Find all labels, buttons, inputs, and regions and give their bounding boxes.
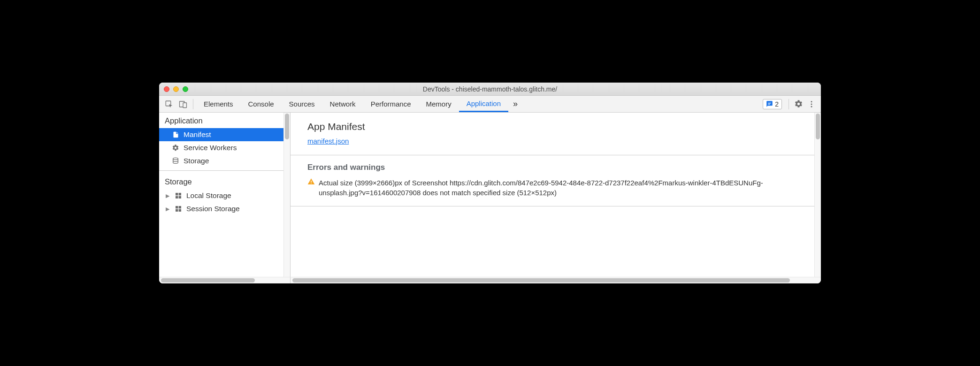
window-traffic-lights bbox=[164, 86, 188, 92]
grid-icon bbox=[174, 205, 183, 213]
console-messages-badge[interactable]: 2 bbox=[763, 99, 782, 109]
more-tabs-button[interactable]: » bbox=[508, 99, 522, 109]
sidebar-divider bbox=[159, 170, 290, 171]
manifest-file-link[interactable]: manifest.json bbox=[307, 137, 349, 145]
grid-icon bbox=[174, 191, 183, 200]
expand-arrow-icon: ▶ bbox=[166, 193, 170, 199]
panel-body: Application Manifest Service Workers Sto… bbox=[159, 113, 821, 277]
horizontal-scrollbars bbox=[159, 277, 821, 283]
svg-rect-13 bbox=[176, 206, 178, 208]
sidebar-group-storage: Storage bbox=[159, 174, 290, 189]
main-h-scrollbar[interactable] bbox=[291, 277, 821, 283]
svg-point-5 bbox=[811, 101, 812, 102]
document-icon bbox=[171, 130, 180, 139]
sidebar-scrollbar-thumb[interactable] bbox=[285, 114, 289, 139]
devtools-window: DevTools - chiseled-mammoth-talos.glitch… bbox=[159, 83, 821, 283]
maximize-window-button[interactable] bbox=[183, 86, 188, 92]
manifest-panel: App Manifest manifest.json Errors and wa… bbox=[291, 113, 821, 277]
devtools-toolbar: Elements Console Sources Network Perform… bbox=[159, 96, 821, 113]
sidebar-item-label: Local Storage bbox=[186, 191, 231, 200]
section-divider bbox=[291, 155, 821, 155]
sidebar-group-application: Application bbox=[159, 113, 290, 128]
svg-point-8 bbox=[173, 158, 178, 160]
svg-rect-11 bbox=[176, 196, 178, 198]
tab-console[interactable]: Console bbox=[241, 96, 282, 112]
toolbar-separator bbox=[193, 99, 193, 109]
main-h-scrollbar-thumb[interactable] bbox=[292, 278, 790, 282]
warning-row: Actual size (3999×2666)px of Screenshot … bbox=[307, 178, 804, 198]
gear-icon bbox=[171, 144, 180, 152]
svg-rect-4 bbox=[768, 104, 770, 105]
sidebar-item-session-storage[interactable]: ▶ Session Storage bbox=[159, 202, 290, 215]
message-icon bbox=[766, 100, 773, 107]
tab-application[interactable]: Application bbox=[459, 96, 508, 112]
close-window-button[interactable] bbox=[164, 86, 169, 92]
svg-rect-18 bbox=[311, 183, 311, 183]
svg-rect-9 bbox=[176, 193, 178, 195]
svg-rect-10 bbox=[179, 193, 181, 195]
warning-text: Actual size (3999×2666)px of Screenshot … bbox=[319, 178, 804, 198]
section-divider-2 bbox=[291, 206, 821, 206]
window-title: DevTools - chiseled-mammoth-talos.glitch… bbox=[159, 85, 821, 93]
sidebar-item-manifest[interactable]: Manifest bbox=[159, 128, 290, 141]
tab-sources[interactable]: Sources bbox=[282, 96, 322, 112]
minimize-window-button[interactable] bbox=[173, 86, 179, 92]
tab-performance[interactable]: Performance bbox=[363, 96, 419, 112]
message-count: 2 bbox=[775, 100, 779, 108]
sidebar-item-storage[interactable]: Storage bbox=[159, 154, 290, 168]
svg-rect-2 bbox=[183, 103, 187, 108]
titlebar: DevTools - chiseled-mammoth-talos.glitch… bbox=[159, 83, 821, 96]
svg-point-6 bbox=[811, 103, 812, 105]
application-sidebar: Application Manifest Service Workers Sto… bbox=[159, 113, 291, 277]
svg-point-7 bbox=[811, 106, 812, 107]
errors-warnings-title: Errors and warnings bbox=[307, 163, 804, 172]
toolbar-separator-2 bbox=[789, 99, 789, 109]
panel-tabs: Elements Console Sources Network Perform… bbox=[196, 96, 508, 112]
sidebar-item-label: Session Storage bbox=[186, 205, 240, 213]
database-icon bbox=[171, 157, 180, 165]
svg-rect-15 bbox=[176, 209, 178, 212]
sidebar-item-local-storage[interactable]: ▶ Local Storage bbox=[159, 189, 290, 202]
settings-icon[interactable] bbox=[792, 99, 805, 108]
svg-rect-12 bbox=[179, 196, 181, 198]
more-options-icon[interactable] bbox=[805, 100, 818, 108]
device-toggle-icon[interactable] bbox=[176, 97, 190, 111]
sidebar-h-scrollbar[interactable] bbox=[159, 277, 291, 283]
sidebar-scrollbar[interactable] bbox=[283, 113, 290, 277]
sidebar-item-label: Storage bbox=[184, 157, 209, 165]
sidebar-item-service-workers[interactable]: Service Workers bbox=[159, 141, 290, 154]
main-scrollbar-thumb[interactable] bbox=[816, 114, 820, 139]
tab-elements[interactable]: Elements bbox=[196, 96, 241, 112]
inspect-element-icon[interactable] bbox=[162, 97, 176, 111]
tab-network[interactable]: Network bbox=[322, 96, 363, 112]
tab-memory[interactable]: Memory bbox=[419, 96, 459, 112]
svg-rect-3 bbox=[768, 103, 771, 103]
warning-icon bbox=[307, 178, 315, 188]
expand-arrow-icon: ▶ bbox=[166, 206, 170, 212]
svg-rect-17 bbox=[311, 181, 311, 183]
svg-rect-16 bbox=[179, 209, 181, 212]
sidebar-h-scrollbar-thumb[interactable] bbox=[161, 278, 255, 282]
main-scrollbar-vertical[interactable] bbox=[814, 113, 821, 277]
sidebar-item-label: Manifest bbox=[184, 130, 211, 139]
panel-heading: App Manifest bbox=[307, 121, 804, 132]
sidebar-item-label: Service Workers bbox=[184, 144, 237, 152]
svg-rect-14 bbox=[179, 206, 181, 208]
